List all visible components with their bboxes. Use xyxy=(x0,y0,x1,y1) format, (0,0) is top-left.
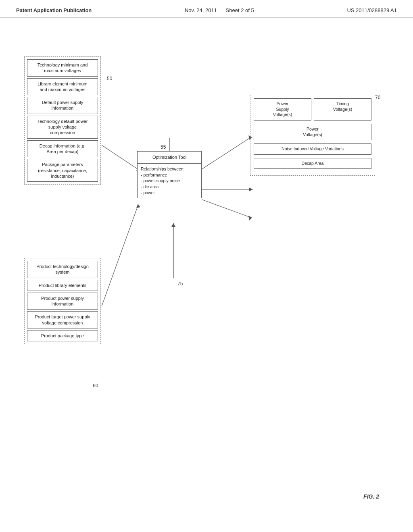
box-library-element: Library element minimumand maximum volta… xyxy=(27,78,98,96)
rel-area: - die area xyxy=(141,184,159,189)
svg-marker-11 xyxy=(136,204,140,208)
decap-area-box: Decap Area xyxy=(254,158,371,169)
box-tech-min-max: Technology minimum andmaximum voltages xyxy=(27,59,98,77)
box-product-package: Product package type xyxy=(27,330,98,341)
header-date: Nov. 24, 2011 xyxy=(185,7,217,13)
svg-line-4 xyxy=(202,137,251,169)
box-package-params: Package parameters(resistance, capacitan… xyxy=(27,159,98,182)
fig-label: FIG. 2 xyxy=(363,493,379,500)
box-decap-info: Decap information (e.g.Area per decap) xyxy=(27,140,98,158)
header-center: Nov. 24, 2011 Sheet 2 of 5 xyxy=(185,7,254,13)
box-product-power: Product power supplyinformation xyxy=(27,293,98,310)
opt-tool-box: Optimization Tool xyxy=(137,151,202,163)
header-right: US 2011/0288829 A1 xyxy=(347,7,397,13)
rel-noise: - power-supply noise xyxy=(141,178,180,183)
box-product-target: Product target power supplyvoltage compr… xyxy=(27,311,98,328)
relationships-box: Relationships between: - performance - p… xyxy=(137,163,202,198)
box-tech-default: Technology default powersupply voltageco… xyxy=(27,116,98,139)
label-70: 70 xyxy=(375,95,380,100)
center-optimization: Optimization Tool Relationships between:… xyxy=(137,151,202,198)
svg-marker-13 xyxy=(171,223,175,227)
box-product-tech: Product technology/designsystem xyxy=(27,261,98,278)
right-inner-top: PowerSupplyVoltage(s) TimingVoltage(s) xyxy=(254,98,371,121)
page: Patent Application Publication Nov. 24, … xyxy=(0,0,413,532)
label-75: 75 xyxy=(177,281,183,287)
svg-line-8 xyxy=(202,200,251,218)
header-sheet: Sheet 2 of 5 xyxy=(226,7,254,13)
box-default-power: Default power supplyinformation xyxy=(27,97,98,114)
svg-line-10 xyxy=(102,206,138,306)
svg-marker-9 xyxy=(248,216,252,220)
bottom-left-group: Product technology/designsystem Product … xyxy=(24,258,101,344)
power-supply-box: PowerSupplyVoltage(s) xyxy=(254,98,311,121)
header-left: Patent Application Publication xyxy=(16,7,92,13)
timing-voltage-box: TimingVoltage(s) xyxy=(314,98,371,121)
opt-tool-label: Optimization Tool xyxy=(152,155,186,160)
label-50: 50 xyxy=(107,76,112,81)
header: Patent Application Publication Nov. 24, … xyxy=(0,0,413,18)
rel-power: - power xyxy=(141,190,155,195)
rel-performance: - performance xyxy=(141,172,167,177)
label-60: 60 xyxy=(93,383,98,389)
label-55: 55 xyxy=(161,144,166,150)
top-left-group: Technology minimum andmaximum voltages L… xyxy=(24,56,101,185)
noise-box: Noise Induced Voltage Variations xyxy=(254,143,371,155)
svg-line-0 xyxy=(102,145,138,169)
rel-label: Relationships between: xyxy=(141,166,185,171)
power-voltage-box: PowerVoltage(s) xyxy=(254,124,371,140)
diagram: Technology minimum andmaximum voltages L… xyxy=(24,32,387,508)
svg-marker-7 xyxy=(249,187,253,191)
box-product-library: Product library elements xyxy=(27,280,98,291)
right-group-70: PowerSupplyVoltage(s) TimingVoltage(s) P… xyxy=(250,95,375,176)
